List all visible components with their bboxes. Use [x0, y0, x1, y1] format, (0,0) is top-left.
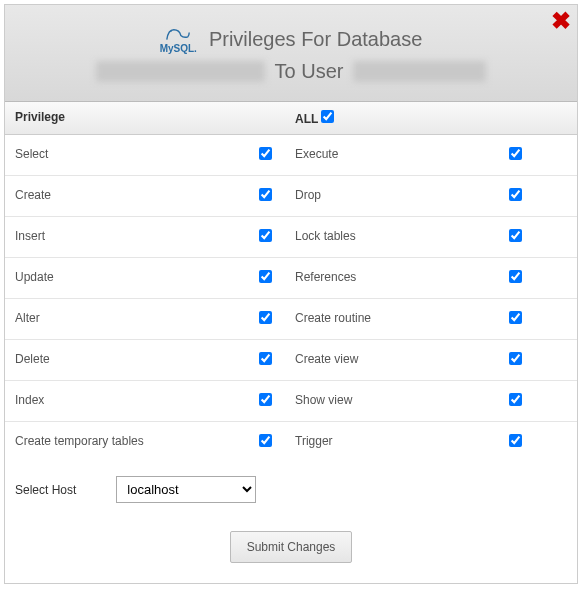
privilege-row: Create temporary tablesTrigger	[5, 422, 577, 462]
submit-section: Submit Changes	[5, 517, 577, 583]
privilege-checkbox[interactable]	[259, 352, 272, 365]
privilege-row: InsertLock tables	[5, 217, 577, 258]
privilege-checkbox[interactable]	[259, 434, 272, 447]
privilege-checkbox[interactable]	[509, 229, 522, 242]
dialog-header: MySQL. Privileges For Database XXXXXX XX…	[5, 5, 577, 102]
privilege-checkbox[interactable]	[259, 270, 272, 283]
privilege-row: SelectExecute	[5, 135, 577, 176]
dialog-subtitle: XXXXXX XXXXXXX To User XXXXXX XXXX	[15, 60, 567, 83]
privilege-checkbox[interactable]	[509, 393, 522, 406]
svg-point-0	[171, 31, 172, 32]
privilege-row: DeleteCreate view	[5, 340, 577, 381]
privilege-row: IndexShow view	[5, 381, 577, 422]
host-section: Select Host localhost	[5, 462, 577, 517]
privilege-checkbox[interactable]	[509, 270, 522, 283]
privilege-label: Trigger	[285, 422, 495, 462]
privilege-label: Execute	[285, 135, 495, 175]
user-name-redacted: XXXXXX XXXX	[353, 61, 486, 82]
privilege-column-header: Privilege	[5, 102, 245, 134]
privilege-checkbox[interactable]	[509, 352, 522, 365]
privilege-checkbox[interactable]	[259, 188, 272, 201]
privilege-checkbox[interactable]	[509, 434, 522, 447]
privilege-label: Index	[5, 381, 245, 421]
dialog-title: Privileges For Database	[209, 28, 422, 51]
privilege-label: References	[285, 258, 495, 298]
privilege-label: Drop	[285, 176, 495, 216]
privilege-checkbox[interactable]	[259, 311, 272, 324]
mysql-logo-text: MySQL.	[160, 43, 197, 54]
all-header-label: ALL	[295, 112, 318, 126]
privilege-checkbox[interactable]	[509, 188, 522, 201]
privilege-label: Update	[5, 258, 245, 298]
to-user-label: To User	[275, 60, 344, 82]
privilege-label: Select	[5, 135, 245, 175]
privilege-label: Alter	[5, 299, 245, 339]
privilege-label: Create temporary tables	[5, 422, 245, 462]
database-name-redacted: XXXXXX XXXXXXX	[96, 61, 265, 82]
privilege-label: Show view	[285, 381, 495, 421]
submit-changes-button[interactable]: Submit Changes	[230, 531, 353, 563]
privilege-label: Lock tables	[285, 217, 495, 257]
privilege-row: CreateDrop	[5, 176, 577, 217]
privilege-label: Create routine	[285, 299, 495, 339]
mysql-logo: MySQL.	[160, 25, 197, 54]
privilege-label: Insert	[5, 217, 245, 257]
privilege-checkbox[interactable]	[509, 147, 522, 160]
close-icon[interactable]: ✖	[551, 9, 571, 33]
host-select[interactable]: localhost	[116, 476, 256, 503]
privilege-checkbox[interactable]	[259, 393, 272, 406]
privilege-checkbox[interactable]	[259, 229, 272, 242]
privilege-label: Delete	[5, 340, 245, 380]
privilege-label: Create view	[285, 340, 495, 380]
privileges-table-body: SelectExecuteCreateDropInsertLock tables…	[5, 135, 577, 462]
privilege-checkbox[interactable]	[259, 147, 272, 160]
privilege-row: AlterCreate routine	[5, 299, 577, 340]
privilege-label: Create	[5, 176, 245, 216]
all-checkbox[interactable]	[321, 110, 334, 123]
table-header-row: Privilege ALL	[5, 102, 577, 135]
privilege-row: UpdateReferences	[5, 258, 577, 299]
select-host-label: Select Host	[15, 483, 76, 497]
privileges-dialog: ✖ MySQL. Privileges For Database XXXXXX …	[4, 4, 578, 584]
privilege-checkbox[interactable]	[509, 311, 522, 324]
all-column-header: ALL	[285, 102, 577, 134]
